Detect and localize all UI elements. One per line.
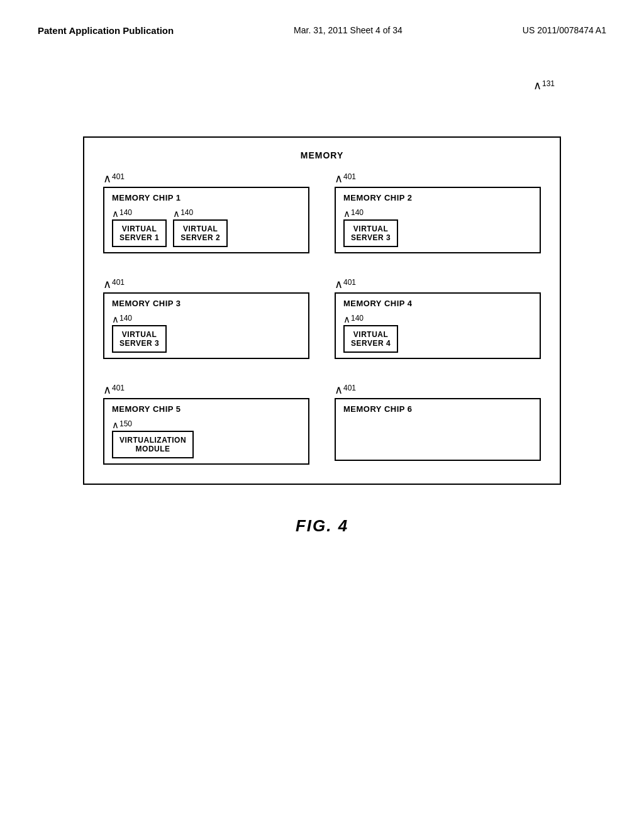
chip-cell-4: ∧ 401 MEMORY CHIP 4 ∧ 140 VIRTUALSERVER [328,272,547,365]
chip-title-4: MEMORY CHIP 4 [343,299,532,308]
server-item-1-1: ∧ 140 VIRTUALSERVER 1 [112,209,167,247]
chip-title-2: MEMORY CHIP 2 [343,193,532,202]
page-header: Patent Application Publication Mar. 31, … [0,0,644,48]
chip-cell-1: ∧ 401 MEMORY CHIP 1 ∧ 140 VIRTUALSERVER [97,167,316,260]
chip-box-3: MEMORY CHIP 3 ∧ 140 VIRTUALSERVER 3 [103,292,309,359]
server-box-4-1: VIRTUALSERVER 4 [343,325,398,353]
chip-cell-3: ∧ 401 MEMORY CHIP 3 ∧ 140 VIRTUALSERVER [97,272,316,365]
chip-box-5: MEMORY CHIP 5 ∧ 150 VIRTUALIZATIONMODULE [103,398,309,465]
server-box-3-1: VIRTUALSERVER 3 [112,325,167,353]
chip-ref-1: ∧ 401 [103,173,309,184]
chip-ref-2: ∧ 401 [335,173,541,184]
chip-cell-6: ∧ 401 MEMORY CHIP 6 [328,378,547,471]
fig-caption: FIG. 4 [296,516,348,536]
squiggle-131: ∧ [533,80,541,91]
chips-grid: ∧ 401 MEMORY CHIP 1 ∧ 140 VIRTUALSERVER [97,167,547,471]
server-box-1-1: VIRTUALSERVER 1 [112,219,167,247]
chip-title-5: MEMORY CHIP 5 [112,404,301,414]
chip-box-1: MEMORY CHIP 1 ∧ 140 VIRTUALSERVER 1 [103,187,309,253]
chip-title-6: MEMORY CHIP 6 [343,404,532,414]
main-content: ∧ 131 MEMORY ∧ 401 MEMORY CHIP 1 [0,48,644,548]
chip-ref-5: ∧ 401 [103,384,309,396]
ref-sup-131: 131 [542,80,555,87]
chip-box-2: MEMORY CHIP 2 ∧ 140 VIRTUALSERVER 3 [335,187,541,253]
chip-ref-4: ∧ 401 [335,279,541,290]
server-row-5: ∧ 150 VIRTUALIZATIONMODULE [112,420,301,458]
chip-title-3: MEMORY CHIP 3 [112,299,301,308]
server-item-3-1: ∧ 140 VIRTUALSERVER 3 [112,314,167,353]
server-item-5-1: ∧ 150 VIRTUALIZATIONMODULE [112,420,194,458]
server-row-1: ∧ 140 VIRTUALSERVER 1 ∧ 140 VIRTU [112,209,301,247]
chip-cell-5: ∧ 401 MEMORY CHIP 5 ∧ 150 VIRTUALIZATION [97,378,316,471]
server-box-1-2: VIRTUALSERVER 2 [173,219,228,247]
server-item-2-1: ∧ 140 VIRTUALSERVER 3 [343,209,398,247]
server-item-4-1: ∧ 140 VIRTUALSERVER 4 [343,314,398,353]
header-publication: Patent Application Publication [38,25,174,36]
chip-box-6: MEMORY CHIP 6 [335,398,541,461]
server-row-3: ∧ 140 VIRTUALSERVER 3 [112,314,301,353]
outer-ref-131: ∧ 131 [533,80,555,91]
memory-container: MEMORY ∧ 401 MEMORY CHIP 1 ∧ [83,136,561,485]
server-box-2-1: VIRTUALSERVER 3 [343,219,398,247]
server-row-2: ∧ 140 VIRTUALSERVER 3 [343,209,532,247]
header-date-sheet: Mar. 31, 2011 Sheet 4 of 34 [294,25,402,35]
server-item-1-2: ∧ 140 VIRTUALSERVER 2 [173,209,228,247]
server-box-5-1: VIRTUALIZATIONMODULE [112,431,194,458]
chip-cell-2: ∧ 401 MEMORY CHIP 2 ∧ 140 VIRTUALSERVER [328,167,547,260]
chip-ref-6: ∧ 401 [335,384,541,396]
memory-label: MEMORY [97,150,547,160]
header-patent-number: US 2011/0078474 A1 [523,25,606,35]
chip-ref-3: ∧ 401 [103,279,309,290]
server-row-4: ∧ 140 VIRTUALSERVER 4 [343,314,532,353]
chip-title-1: MEMORY CHIP 1 [112,193,301,202]
chip-box-4: MEMORY CHIP 4 ∧ 140 VIRTUALSERVER 4 [335,292,541,359]
